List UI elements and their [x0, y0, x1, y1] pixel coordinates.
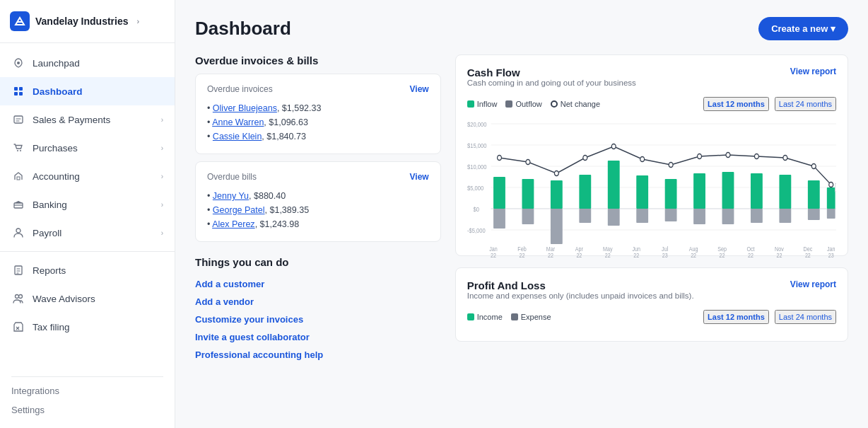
invoice-item-0: • Oliver Bluejeans, $1,592.33 [207, 101, 429, 115]
svg-text:22: 22 [519, 252, 524, 258]
bar-outflow-1 [522, 209, 534, 224]
things-section: Things you can do Add a customer Add a v… [195, 256, 441, 364]
things-link-4[interactable]: Professional accounting help [195, 346, 441, 364]
svg-point-7 [20, 150, 21, 151]
svg-text:22: 22 [776, 252, 782, 258]
bar-outflow-9 [751, 209, 763, 223]
net-dot-0 [497, 156, 501, 161]
net-dot-1 [526, 160, 530, 165]
invoices-card-label: Overdue invoices [207, 84, 273, 94]
cashflow-controls: Inflow Outflow Net change Last 12 months [467, 97, 836, 111]
cashflow-last-24-btn[interactable]: Last 24 months [775, 97, 836, 111]
bills-view-link[interactable]: View [410, 172, 429, 182]
svg-text:22: 22 [576, 252, 582, 258]
banking-icon [11, 197, 25, 212]
sidebar-item-sales[interactable]: Sales & Payments › [0, 105, 175, 134]
sidebar-item-integrations[interactable]: Integrations [11, 381, 163, 400]
bill-name-1[interactable]: George Patel [213, 205, 265, 215]
sidebar-item-label-sales: Sales & Payments [33, 115, 154, 125]
svg-text:22: 22 [691, 252, 696, 258]
sidebar-item-launchpad[interactable]: Launchpad [0, 49, 175, 77]
sidebar-item-purchases[interactable]: Purchases › [0, 134, 175, 162]
legend-outflow: Outflow [505, 100, 541, 108]
net-dot-6 [669, 163, 673, 168]
sidebar-item-accounting[interactable]: Accounting › [0, 162, 175, 190]
cashflow-period-buttons: Last 12 months Last 24 months [703, 97, 836, 111]
things-link-3[interactable]: Invite a guest collaborator [195, 328, 441, 346]
accounting-icon [11, 169, 25, 183]
sidebar-item-wave-advisors[interactable]: Wave Advisors [0, 284, 175, 313]
things-link-0[interactable]: Add a customer [195, 275, 441, 293]
svg-rect-5 [14, 116, 23, 123]
invoice-name-2[interactable]: Cassie Klein [213, 132, 262, 141]
overdue-invoices-card: Overdue invoices View • Oliver Bluejeans… [195, 74, 441, 154]
sidebar-item-label-banking: Banking [33, 199, 154, 210]
sidebar-item-payroll[interactable]: Payroll › [0, 219, 175, 247]
bar-inflow-3 [579, 175, 591, 209]
profit-legend: Income Expense [467, 313, 551, 321]
profit-title: Profit And Loss [467, 279, 694, 291]
svg-text:22: 22 [548, 252, 553, 258]
content-grid: Overdue invoices & bills Overdue invoice… [195, 54, 848, 364]
invoices-view-link[interactable]: View [410, 84, 429, 94]
nav-bottom-divider [11, 376, 163, 377]
svg-rect-2 [19, 87, 23, 91]
cashflow-card: Cash Flow Cash coming in and going out o… [455, 54, 848, 256]
tax-icon [11, 320, 25, 334]
invoice-name-0[interactable]: Oliver Bluejeans [213, 103, 277, 113]
svg-text:-$5,000: -$5,000 [467, 226, 486, 234]
sidebar-item-reports[interactable]: Reports [0, 256, 175, 284]
bill-name-0[interactable]: Jenny Yu [213, 191, 249, 201]
net-dot-10 [783, 156, 787, 161]
outflow-legend-dot [505, 100, 512, 108]
bar-inflow-7 [693, 173, 705, 209]
profit-last-12-btn[interactable]: Last 12 months [703, 310, 769, 324]
svg-text:$20,000: $20,000 [467, 120, 487, 128]
svg-text:$5,000: $5,000 [467, 184, 484, 192]
profit-view-report-link[interactable]: View report [790, 279, 836, 289]
advisors-icon [11, 291, 25, 306]
cashflow-chart-svg: $20,000 $15,000 $10,000 $5,000 $0 -$5,00… [467, 117, 836, 258]
invoice-name-1[interactable]: Anne Warren [212, 117, 264, 127]
sales-chevron-icon: › [161, 116, 163, 124]
net-dot-5 [640, 157, 644, 162]
sidebar-item-tax-filing[interactable]: Tax filing [0, 313, 175, 341]
things-section-title: Things you can do [195, 256, 441, 268]
outflow-label: Outflow [515, 100, 541, 108]
bar-inflow-11 [808, 180, 820, 209]
inflow-label: Inflow [477, 100, 498, 108]
profit-card: Profit And Loss Income and expenses only… [455, 267, 848, 342]
sidebar-item-label-wave-advisors: Wave Advisors [33, 294, 163, 304]
overdue-section: Overdue invoices & bills Overdue invoice… [195, 54, 441, 242]
sidebar-item-dashboard[interactable]: Dashboard [0, 77, 175, 105]
nav-divider [0, 251, 175, 252]
inflow-legend-dot [467, 100, 474, 108]
cashflow-bar-chart: $20,000 $15,000 $10,000 $5,000 $0 -$5,00… [467, 117, 836, 244]
bill-name-2[interactable]: Alex Perez [212, 219, 254, 229]
sidebar-item-settings[interactable]: Settings [11, 400, 163, 420]
invoice-item-1: • Anne Warren, $1,096.63 [207, 115, 429, 129]
things-link-1[interactable]: Add a vendor [195, 293, 441, 311]
cashflow-legend: Inflow Outflow Net change [467, 100, 600, 108]
svg-text:22: 22 [491, 252, 496, 258]
sidebar-item-label-tax-filing: Tax filing [33, 322, 163, 332]
net-label: Net change [561, 100, 600, 108]
create-new-button[interactable]: Create a new ▾ [758, 17, 848, 40]
payroll-icon [11, 226, 25, 240]
bill-item-1: • George Patel, $1,389.35 [207, 203, 429, 217]
sidebar: Vandelay Industries › Launchpad Dashboar… [0, 0, 175, 428]
sidebar-item-banking[interactable]: Banking › [0, 190, 175, 219]
bar-inflow-6 [664, 179, 676, 209]
bar-outflow-2 [551, 209, 563, 244]
profit-last-24-btn[interactable]: Last 24 months [775, 310, 836, 324]
cashflow-last-12-btn[interactable]: Last 12 months [703, 97, 769, 111]
cashflow-title-group: Cash Flow Cash coming in and going out o… [467, 66, 636, 94]
brand[interactable]: Vandelay Industries › [0, 0, 175, 43]
sidebar-item-label-launchpad: Launchpad [33, 58, 163, 69]
main-header: Dashboard Create a new ▾ [195, 17, 848, 40]
cashflow-title: Cash Flow [467, 66, 636, 79]
svg-rect-4 [19, 92, 23, 96]
things-link-2[interactable]: Customize your invoices [195, 311, 441, 328]
cursor-arrow-icon [835, 183, 836, 192]
cashflow-view-report-link[interactable]: View report [790, 66, 836, 76]
